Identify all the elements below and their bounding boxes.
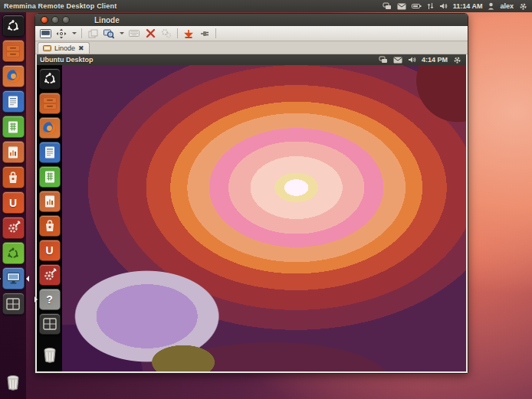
window-buttons [35,16,74,24]
remote-viewport[interactable]: Ubuntu Desktop 4:14 PM U? [35,54,468,373]
session-gear-icon[interactable] [519,2,527,11]
tools-icon[interactable] [159,28,173,40]
desktop: Remmina Remote Desktop Client 11:14 AM a… [0,0,532,399]
launcher-item-ubuntu-one[interactable]: U [39,240,61,261]
fullscreen-icon[interactable] [38,28,52,40]
mail-icon[interactable] [397,3,406,10]
trash-icon [42,347,57,364]
launcher-item-ubuntu-software[interactable] [2,242,25,264]
calc-icon [6,120,20,134]
calc-icon [43,170,57,184]
gearwrench-icon [6,221,21,235]
preferences-icon[interactable] [143,28,157,40]
grid-icon [43,318,57,330]
launcher-item-libreoffice-impress[interactable] [2,141,25,163]
launcher-item-system-settings[interactable] [39,264,61,286]
network-icon[interactable] [379,56,388,64]
launcher-item-remmina[interactable] [2,267,25,289]
active-app-title: Remmina Remote Desktop Client [0,2,117,10]
launcher-item-workspace-switcher[interactable] [2,293,25,315]
minimize-button[interactable] [51,16,59,24]
drawer-icon [42,96,57,110]
remote-clock[interactable]: 4:14 PM [422,56,448,64]
writer-icon [43,146,57,159]
remote-desktop-body: U? [37,65,466,371]
launcher-item-help[interactable]: ? [39,289,61,310]
grid-icon [6,298,20,310]
remmina-toolbar [35,26,468,41]
gearwrench-icon [42,268,57,283]
tab-linode[interactable]: Linode ✖ [38,42,90,54]
bag-icon [6,171,20,185]
fit-window-icon[interactable] [54,28,68,40]
impress-icon [6,146,20,159]
launcher-item-libreoffice-calc[interactable] [2,116,25,138]
remote-top-panel: Ubuntu Desktop 4:14 PM [37,54,466,65]
firefox-icon [42,121,57,136]
trash-icon[interactable] [40,345,60,365]
remote-launcher: U? [37,65,62,371]
trash-icon[interactable] [3,372,24,393]
close-button[interactable] [41,16,48,24]
toolbar-separator [81,28,82,38]
grab-keyboard-icon[interactable] [127,28,141,40]
ubuntu-icon [6,19,20,33]
remmina-tabbar: Linode ✖ [35,41,468,54]
volume-icon[interactable] [439,2,448,10]
host-top-panel: Remmina Remote Desktop Client 11:14 AM a… [0,0,532,12]
tab-label: Linode [54,44,75,52]
launcher-item-ubuntu-button[interactable] [39,68,61,90]
launcher-item-system-settings[interactable] [2,217,25,239]
monitor-icon [6,272,21,285]
toolbar-separator [215,28,216,38]
ubuntu-one-letter-glyph: U [45,245,53,256]
writer-icon [6,95,20,109]
launcher-item-libreoffice-calc[interactable] [39,166,61,188]
remmina-titlebar[interactable]: Linode [35,14,468,26]
launcher-item-software-center[interactable] [39,215,61,237]
volume-icon[interactable] [408,56,416,64]
ubuntu-icon [43,72,57,86]
impress-icon [43,195,57,208]
launcher-item-firefox[interactable] [2,65,25,87]
launcher-item-ubuntu-button[interactable] [2,15,25,37]
minimize-icon[interactable] [182,28,195,40]
sync-arrows-icon[interactable] [427,2,434,10]
launcher-item-files[interactable] [2,40,25,62]
launcher-item-files[interactable] [39,93,61,114]
launcher-item-workspace-switcher[interactable] [39,313,61,335]
fit-window-caret[interactable] [71,28,77,40]
network-icon[interactable] [383,2,392,10]
ubuntu-green-icon [6,247,20,260]
switch-tab-icon[interactable] [86,28,100,40]
user-icon[interactable] [488,2,494,10]
user-name[interactable]: alex [500,2,514,10]
session-gear-icon[interactable] [453,56,461,64]
remote-wallpaper[interactable] [62,65,466,371]
launcher-item-software-center[interactable] [2,166,25,188]
launcher-item-firefox[interactable] [39,117,61,139]
maximize-button[interactable] [62,16,70,24]
scaled-mode-icon[interactable] [102,28,116,40]
host-tray: 11:14 AM alex [383,2,532,11]
ubuntu-one-letter-glyph: U [9,198,17,208]
launcher-item-ubuntu-one[interactable]: U [2,191,25,214]
drawer-icon [5,44,21,58]
host-clock[interactable]: 11:14 AM [453,2,483,10]
host-launcher: U [0,12,26,399]
remote-menu-title[interactable]: Ubuntu Desktop [37,56,94,64]
disconnect-icon[interactable] [198,28,212,40]
tab-screen-icon [43,45,51,52]
scaled-mode-caret[interactable] [118,28,125,40]
launcher-item-libreoffice-writer[interactable] [39,142,61,163]
launcher-item-libreoffice-impress[interactable] [39,191,61,212]
launcher-item-libreoffice-writer[interactable] [2,90,25,113]
firefox-icon [6,69,21,83]
mail-icon[interactable] [393,57,402,64]
battery-icon[interactable] [412,3,422,9]
remmina-window: Linode Linode ✖ Ubuntu Desktop 4:14 PM [34,13,468,374]
trash-icon [5,374,21,391]
remote-tray: 4:14 PM [379,56,466,64]
help-letter-glyph: ? [46,294,53,305]
tab-close-icon[interactable]: ✖ [78,44,84,52]
